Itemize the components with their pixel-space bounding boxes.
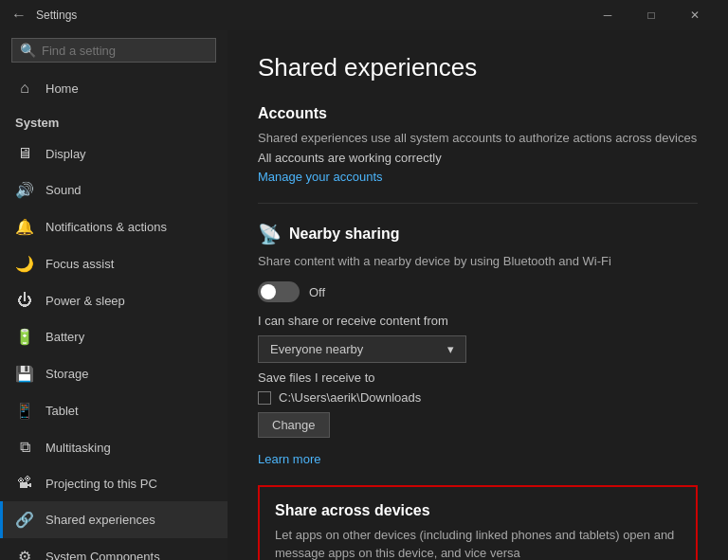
sidebar-item-label: System Components [46, 550, 160, 560]
accounts-section: Accounts Shared experiences use all syst… [258, 105, 698, 184]
sidebar-item-storage[interactable]: 💾 Storage [0, 355, 228, 392]
accounts-title: Accounts [258, 105, 698, 122]
sidebar-item-focus[interactable]: 🌙 Focus assist [0, 245, 228, 282]
share-from-dropdown[interactable]: Everyone nearby ▾ [258, 335, 466, 363]
chevron-down-icon: ▾ [447, 342, 454, 356]
sidebar-item-label: Focus assist [46, 257, 114, 271]
sidebar-item-label: Tablet [46, 404, 79, 418]
learn-more-link[interactable]: Learn more [258, 452, 320, 466]
file-path-checkbox[interactable] [258, 391, 271, 405]
search-input[interactable] [42, 44, 208, 58]
sidebar-item-label: Power & sleep [46, 294, 125, 308]
share-from-label: I can share or receive content from [258, 314, 698, 328]
accounts-status: All accounts are working correctly [258, 151, 698, 165]
sidebar-item-shared[interactable]: 🔗 Shared experiences [0, 501, 228, 538]
change-button[interactable]: Change [258, 412, 330, 438]
components-icon: ⚙ [15, 548, 34, 560]
sidebar-item-label: Sound [46, 183, 82, 197]
multitasking-icon: ⧉ [15, 439, 34, 456]
nearby-toggle[interactable] [258, 281, 300, 302]
sidebar-item-display[interactable]: 🖥 Display [0, 135, 228, 172]
storage-icon: 💾 [15, 365, 34, 383]
tablet-icon: 📱 [15, 402, 34, 420]
page-title: Shared experiences [258, 53, 698, 82]
share-devices-section: Share across devices Let apps on other d… [258, 485, 698, 560]
nearby-toggle-thumb [261, 284, 276, 299]
nearby-section: 📡 Nearby sharing Share content with a ne… [258, 223, 698, 466]
home-icon: ⌂ [15, 80, 34, 97]
notifications-icon: 🔔 [15, 218, 34, 236]
search-box[interactable]: 🔍 [11, 38, 216, 63]
sidebar-item-sound[interactable]: 🔊 Sound [0, 172, 228, 208]
save-files-label: Save files I receive to [258, 370, 698, 385]
nearby-icon: 📡 [258, 223, 282, 245]
sidebar-item-label: Storage [46, 367, 89, 381]
projecting-icon: 📽 [15, 475, 34, 492]
maximize-button[interactable]: □ [629, 0, 673, 30]
sidebar-system-label: System [0, 110, 228, 135]
titlebar: ← Settings ─ □ ✕ [0, 0, 728, 30]
content-area: Shared experiences Accounts Shared exper… [228, 30, 728, 560]
close-button[interactable]: ✕ [673, 0, 717, 30]
sound-icon: 🔊 [15, 181, 34, 199]
sidebar-item-components[interactable]: ⚙ System Components [0, 538, 228, 560]
titlebar-title: Settings [36, 9, 77, 22]
manage-accounts-link[interactable]: Manage your accounts [258, 170, 383, 184]
nearby-toggle-label: Off [309, 285, 325, 299]
dropdown-value: Everyone nearby [270, 342, 363, 356]
sidebar-item-multitasking[interactable]: ⧉ Multitasking [0, 429, 228, 465]
share-devices-title: Share across devices [275, 502, 681, 519]
search-icon: 🔍 [20, 43, 36, 58]
power-icon: ⏻ [15, 292, 34, 309]
window-controls: ─ □ ✕ [586, 0, 717, 30]
divider-1 [258, 203, 698, 204]
file-path-row: C:\Users\aerik\Downloads [258, 390, 698, 405]
sidebar-item-label: Notifications & actions [46, 220, 167, 234]
sidebar-item-projecting[interactable]: 📽 Projecting to this PC [0, 465, 228, 501]
sidebar-item-notifications[interactable]: 🔔 Notifications & actions [0, 208, 228, 245]
sidebar-item-label: Shared experiences [46, 513, 155, 527]
share-devices-desc: Let apps on other devices (including lin… [275, 527, 681, 560]
accounts-desc: Shared experiences use all system accoun… [258, 130, 698, 147]
sidebar-item-power[interactable]: ⏻ Power & sleep [0, 282, 228, 318]
sidebar-item-label: Display [46, 147, 86, 161]
sidebar-item-battery[interactable]: 🔋 Battery [0, 318, 228, 355]
sidebar-item-tablet[interactable]: 📱 Tablet [0, 392, 228, 429]
shared-icon: 🔗 [15, 511, 34, 529]
back-button[interactable]: ← [11, 7, 27, 24]
battery-icon: 🔋 [15, 328, 34, 346]
nearby-toggle-row: Off [258, 281, 698, 302]
minimize-button[interactable]: ─ [586, 0, 629, 30]
sidebar: 🔍 ⌂ Home System 🖥 Display 🔊 Sound 🔔 Noti… [0, 30, 228, 560]
nearby-title: Nearby sharing [289, 226, 399, 243]
focus-icon: 🌙 [15, 255, 34, 273]
sidebar-item-label: Multitasking [46, 441, 111, 455]
display-icon: 🖥 [15, 145, 34, 162]
file-path-text: C:\Users\aerik\Downloads [279, 390, 421, 405]
nearby-desc: Share content with a nearby device by us… [258, 253, 698, 270]
nearby-title-row: 📡 Nearby sharing [258, 223, 698, 245]
app-body: 🔍 ⌂ Home System 🖥 Display 🔊 Sound 🔔 Noti… [0, 30, 728, 560]
sidebar-item-label: Battery [46, 330, 84, 344]
sidebar-home-label: Home [46, 81, 79, 96]
sidebar-item-home[interactable]: ⌂ Home [0, 70, 228, 106]
sidebar-item-label: Projecting to this PC [46, 477, 157, 491]
